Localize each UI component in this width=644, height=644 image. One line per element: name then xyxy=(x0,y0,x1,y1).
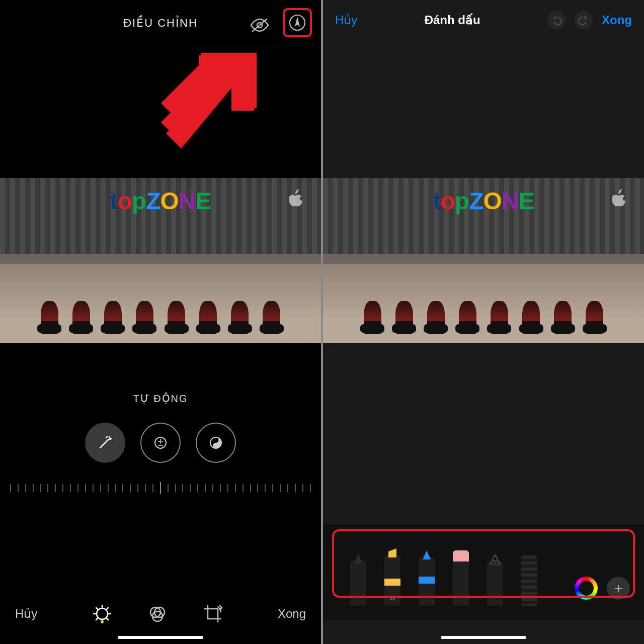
motorbike-row xyxy=(362,258,606,334)
markup-pen-icon xyxy=(288,14,306,32)
adjust-tab[interactable] xyxy=(92,604,112,624)
crop-tab[interactable] xyxy=(203,604,223,624)
toggle-original-icon[interactable] xyxy=(249,14,271,36)
auto-adjust-label: TỰ ĐỘNG xyxy=(0,392,321,405)
brilliance-button[interactable] xyxy=(196,423,236,463)
annotation-arrow-icon xyxy=(151,48,262,158)
yin-yang-icon xyxy=(208,435,223,450)
markup-done-button[interactable]: Xong xyxy=(602,13,632,27)
adjust-slider[interactable] xyxy=(10,478,311,498)
markup-cancel-button[interactable]: Hủy xyxy=(335,13,357,27)
markup-topbar: Hủy Đánh dấu Xong xyxy=(323,0,644,40)
filters-tab[interactable] xyxy=(147,604,168,624)
redo-icon xyxy=(578,15,589,26)
storefront-sign: topZONE xyxy=(433,187,534,215)
markup-title: Đánh dấu xyxy=(425,13,480,27)
annotation-highlight-box xyxy=(332,529,635,598)
storefront-sign: topZONE xyxy=(110,187,211,215)
edit-bottom-bar: Hủy Xong xyxy=(0,584,321,644)
auto-enhance-button[interactable] xyxy=(85,423,125,463)
cancel-button[interactable]: Hủy xyxy=(15,607,37,621)
done-button[interactable]: Xong xyxy=(278,607,306,621)
adjust-dial-icon xyxy=(92,604,112,624)
tutorial-screenshot-pair: ĐIỀU CHỈNH xyxy=(0,0,644,644)
exposure-button[interactable] xyxy=(140,423,181,463)
motorbike-row xyxy=(39,258,283,334)
svg-point-6 xyxy=(101,620,104,623)
storefront-scene: topZONE xyxy=(0,178,321,343)
filters-venn-icon xyxy=(147,604,168,624)
storefront-scene: topZONE xyxy=(323,178,644,343)
svg-point-5 xyxy=(97,608,108,619)
phone-right-markup: Hủy Đánh dấu Xong topZONE xyxy=(323,0,644,644)
markup-photo-preview[interactable]: topZONE xyxy=(323,178,644,343)
crop-rotate-icon xyxy=(203,604,223,624)
magic-wand-icon xyxy=(96,434,114,452)
apple-reseller-badge-icon xyxy=(285,187,307,209)
photo-preview[interactable]: topZONE xyxy=(0,178,321,343)
redo-button[interactable] xyxy=(575,11,593,29)
home-indicator[interactable] xyxy=(441,636,526,639)
markup-button[interactable] xyxy=(283,8,312,37)
undo-button[interactable] xyxy=(547,11,566,29)
edit-topbar: ĐIỀU CHỈNH xyxy=(0,0,321,46)
undo-icon xyxy=(551,15,562,26)
home-indicator[interactable] xyxy=(118,636,203,639)
adjust-tool-row xyxy=(0,418,321,468)
edit-mode-title: ĐIỀU CHỈNH xyxy=(123,17,198,30)
phone-left-edit-adjust: ĐIỀU CHỈNH xyxy=(0,0,321,644)
apple-reseller-badge-icon xyxy=(608,187,630,209)
plus-minus-icon xyxy=(153,435,168,450)
